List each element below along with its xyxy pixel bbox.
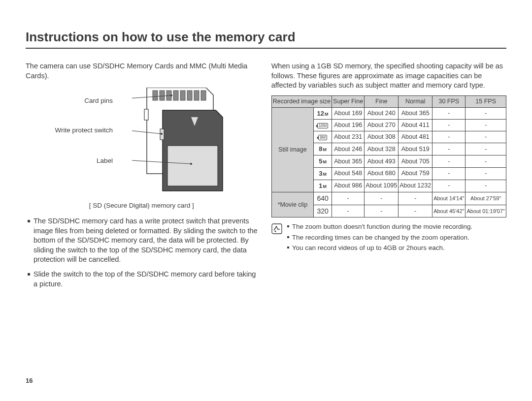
cell: About 705: [399, 155, 432, 168]
cell: About 481: [399, 131, 432, 143]
cell: About 196: [332, 120, 365, 131]
cell: About 169: [332, 107, 365, 120]
cell: -: [332, 192, 365, 205]
cell: About 328: [365, 143, 399, 155]
cell: -: [466, 131, 506, 143]
cell: -: [365, 205, 399, 217]
cell: About 308: [365, 131, 399, 143]
cell: About 45'42": [432, 205, 466, 217]
cell: About 240: [365, 107, 399, 120]
svg-point-13: [170, 94, 172, 96]
table-row: *Movie clip 640 - - - About 14'14" About…: [271, 192, 506, 205]
svg-rect-10: [167, 146, 218, 186]
cell: -: [466, 107, 506, 120]
th-30fps: 30 FPS: [432, 95, 466, 107]
svg-rect-8: [144, 109, 148, 120]
cell: -: [432, 143, 466, 155]
cell: -: [399, 192, 432, 205]
row-group-still: Still image: [271, 107, 313, 192]
svg-point-19: [274, 231, 276, 232]
diagram-label-label: Label: [26, 156, 113, 165]
svg-rect-1: [160, 91, 165, 100]
note-2: The recording times can be changed by th…: [286, 233, 473, 242]
cell: -: [432, 107, 466, 120]
left-intro-text: The camera can use SD/SDHC Memory Cards …: [26, 62, 258, 81]
cell: About 14'14": [432, 192, 466, 205]
movie-size-640: 640: [314, 192, 332, 205]
left-bullet-2: Slide the switch to the top of the SD/SD…: [26, 270, 258, 289]
right-intro-text: When using a 1GB SD memory, the specifie…: [271, 62, 506, 91]
svg-point-15: [161, 133, 163, 135]
size-cell: 1M: [314, 180, 332, 192]
cell: -: [466, 155, 506, 168]
diagram-label-pins: Card pins: [26, 96, 113, 105]
two-column-layout: The camera can use SD/SDHC Memory Cards …: [26, 62, 506, 294]
left-bullet-list: The SD/SDHC memory card has a write prot…: [26, 216, 258, 289]
svg-rect-0: [153, 91, 158, 100]
size-12m-icon: 12M: [317, 109, 329, 118]
svg-rect-4: [180, 91, 185, 100]
table-header-row: Recorded image size Super Fine Fine Norm…: [271, 95, 506, 107]
cell: About 27'59": [466, 192, 506, 205]
cell: About 519: [399, 143, 432, 155]
size-cell: 9M: [314, 131, 332, 143]
th-normal: Normal: [399, 95, 432, 107]
cell: -: [466, 143, 506, 155]
svg-rect-6: [194, 91, 199, 100]
size-cell: 10M: [314, 120, 332, 131]
th-15fps: 15 FPS: [466, 95, 506, 107]
note-3: You can record videos of up to 4GB or 2h…: [286, 244, 473, 252]
size-cell: 5M: [314, 155, 332, 168]
cell: -: [432, 131, 466, 143]
cell: About 493: [365, 155, 399, 168]
size-10m-box-icon: 10M: [317, 123, 329, 128]
size-cell: 12M: [314, 107, 332, 120]
cell: About 365: [332, 155, 365, 168]
row-group-movie: *Movie clip: [271, 192, 313, 217]
cell: About 246: [332, 143, 365, 155]
cell: -: [432, 155, 466, 168]
svg-rect-3: [173, 91, 178, 100]
cell: About 759: [399, 167, 432, 180]
th-recorded-size: Recorded image size: [271, 95, 332, 107]
diagram-caption: [ SD (Secure Digital) memory card ]: [26, 201, 258, 210]
size-8m-icon: 8M: [319, 145, 327, 154]
page-title: Instructions on how to use the memory ca…: [26, 30, 506, 49]
cell: -: [466, 167, 506, 180]
cell: -: [365, 192, 399, 205]
size-3m-icon: 3M: [319, 169, 327, 178]
cell: About 1232: [399, 180, 432, 192]
cell: -: [332, 205, 365, 217]
cell: About 365: [399, 107, 432, 120]
left-bullet-1: The SD/SDHC memory card has a write prot…: [26, 216, 258, 265]
note-bullet-list: The zoom button doesn't function during …: [286, 222, 473, 254]
size-1m-icon: 1M: [319, 182, 327, 190]
cell: About 680: [365, 167, 399, 180]
movie-size-320: 320: [314, 205, 332, 217]
table-row: Still image 12M About 169 About 240 Abou…: [271, 107, 506, 120]
svg-rect-18: [272, 224, 282, 234]
page-number: 16: [26, 377, 33, 384]
svg-point-17: [190, 163, 192, 165]
cell: -: [466, 120, 506, 131]
cell: About 411: [399, 120, 432, 131]
sd-card-diagram: Card pins Write protect switch Label: [26, 88, 258, 211]
cell: About 270: [365, 120, 399, 131]
size-cell: 8M: [314, 143, 332, 155]
cell: About 231: [332, 131, 365, 143]
cell: -: [432, 180, 466, 192]
svg-rect-5: [187, 91, 192, 100]
size-9m-box-icon: 9M: [318, 135, 327, 140]
cell: About 986: [332, 180, 365, 192]
cell: -: [399, 205, 432, 217]
cell: About 1095: [365, 180, 399, 192]
size-cell: 3M: [314, 167, 332, 180]
notes-block: The zoom button doesn't function during …: [271, 222, 506, 254]
cell: -: [466, 180, 506, 192]
note-1: The zoom button doesn't function during …: [286, 222, 473, 231]
note-icon: [271, 223, 282, 237]
left-column: The camera can use SD/SDHC Memory Cards …: [26, 62, 258, 294]
sd-card-illustration: [132, 88, 231, 199]
right-column: When using a 1GB SD memory, the specifie…: [271, 62, 506, 294]
th-super-fine: Super Fine: [332, 95, 365, 107]
